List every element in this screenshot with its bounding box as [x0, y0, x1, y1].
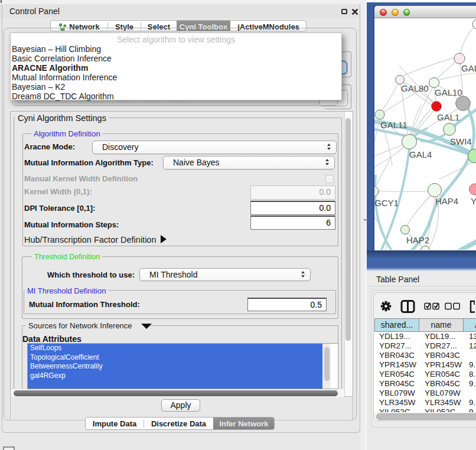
svg-text:GAL11: GAL11: [380, 120, 407, 130]
svg-text:GCY1: GCY1: [374, 198, 399, 208]
svg-text:HAP2: HAP2: [406, 235, 429, 245]
svg-text:HAP4: HAP4: [435, 196, 458, 206]
svg-text:GAL10: GAL10: [435, 87, 462, 97]
svg-text:SWI4: SWI4: [450, 136, 472, 146]
svg-text:GAL4: GAL4: [409, 149, 432, 159]
svg-text:GAL: GAL: [461, 63, 476, 73]
svg-text:Y: Y: [471, 196, 476, 206]
svg-text:GAL80: GAL80: [401, 83, 429, 93]
svg-text:GAL1: GAL1: [437, 112, 459, 122]
